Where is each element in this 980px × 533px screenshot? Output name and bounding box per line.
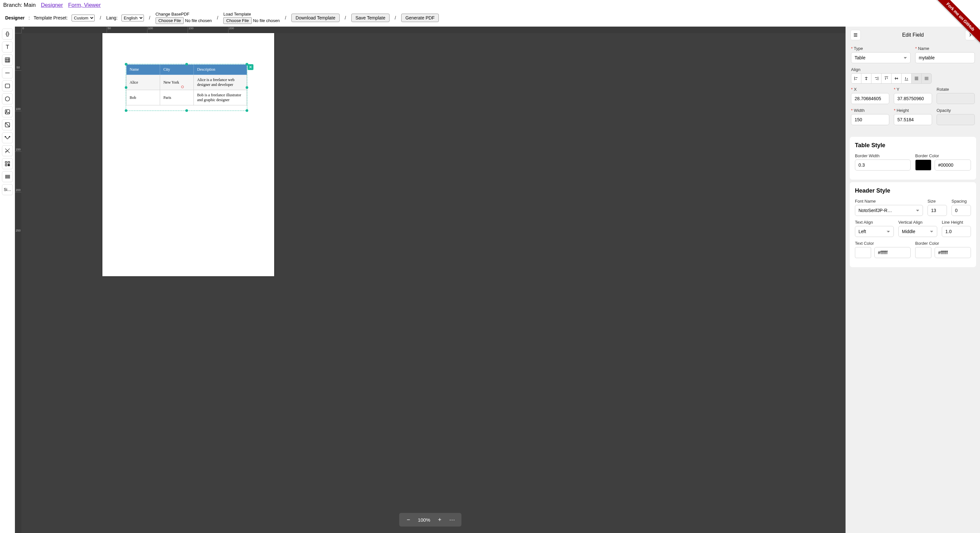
select-tool-icon[interactable]: [2, 29, 13, 40]
save-template-button[interactable]: Save Template: [351, 14, 390, 22]
resize-handle[interactable]: [125, 63, 127, 65]
table-style-card: Table Style Border Width Border Color: [850, 137, 976, 180]
ruler-tick: 100: [15, 70, 21, 111]
rectangle-tool-icon[interactable]: [2, 80, 13, 91]
svg-point-8: [9, 136, 10, 137]
generate-pdf-button[interactable]: Generate PDF: [401, 14, 439, 22]
text-color-label: Text Color: [855, 241, 911, 246]
table-row: Alice New York Alice is a freelance web …: [126, 75, 247, 90]
spacing-label: Spacing: [951, 199, 971, 204]
name-label: Name: [915, 46, 975, 51]
border-color-input[interactable]: [935, 160, 971, 171]
resize-handle[interactable]: [185, 63, 188, 65]
svg-rect-1: [5, 58, 10, 62]
qrcode-tool-icon[interactable]: [2, 158, 13, 169]
load-template-label: Load Template: [223, 12, 251, 16]
name-input[interactable]: [915, 52, 975, 63]
table-cell: Alice: [126, 75, 160, 90]
text-color-chip[interactable]: [855, 247, 871, 258]
align-right-icon[interactable]: [871, 73, 881, 84]
distribute-h-icon[interactable]: [911, 73, 922, 84]
barcode-tool-icon[interactable]: [2, 171, 13, 182]
line-height-input[interactable]: [942, 226, 971, 237]
align-center-h-icon[interactable]: [861, 73, 872, 84]
resize-handle[interactable]: [185, 109, 188, 112]
svg-tool-icon[interactable]: [2, 132, 13, 143]
type-select[interactable]: Table: [851, 52, 911, 63]
designer-link[interactable]: Designer: [41, 2, 63, 8]
resize-handle[interactable]: [125, 109, 127, 112]
top-nav: Branch: Main Designer Form, Viewer: [0, 0, 980, 10]
resize-handle[interactable]: [246, 86, 248, 89]
zoom-more-button[interactable]: ⋯: [449, 516, 455, 523]
zoom-toolbar: − 100% + ⋯: [399, 513, 461, 527]
resize-handle[interactable]: [246, 109, 248, 112]
border-width-input[interactable]: [855, 160, 911, 171]
delete-element-button[interactable]: ✕: [248, 64, 253, 70]
rotate-label: Rotate: [937, 87, 975, 92]
image-tool-icon[interactable]: [2, 106, 13, 117]
svg-rect-10: [8, 161, 10, 163]
choose-file-button[interactable]: Choose File: [223, 17, 251, 24]
load-template-group: Load Template Choose File No file chosen: [223, 12, 280, 24]
border-color-label: Border Color: [915, 153, 971, 158]
spacing-input[interactable]: [951, 205, 971, 216]
choose-file-button[interactable]: Choose File: [156, 17, 184, 24]
lang-select[interactable]: English: [121, 14, 144, 21]
more-tool-icon[interactable]: Si…: [2, 184, 13, 195]
table-cell: Bob: [126, 90, 160, 105]
font-name-select[interactable]: NotoSerifJP-R…: [855, 205, 923, 216]
zoom-out-button[interactable]: −: [406, 517, 411, 523]
canvas[interactable]: 0 50 100 150 200 50 100 150 200 250 Name: [15, 27, 845, 533]
border-color-chip[interactable]: [915, 160, 931, 171]
align-label: Align: [851, 67, 975, 72]
table-tool-icon[interactable]: [2, 54, 13, 65]
download-template-button[interactable]: Download Template: [291, 14, 340, 22]
text-color-input[interactable]: [874, 247, 911, 258]
template-preset-select[interactable]: Custom: [72, 14, 95, 21]
ruler-horizontal: 0 50 100 150 200: [21, 27, 845, 33]
line-tool-icon[interactable]: [2, 67, 13, 78]
size-input[interactable]: [928, 205, 947, 216]
align-left-icon[interactable]: [851, 73, 861, 84]
form-viewer-link[interactable]: Form, Viewer: [68, 2, 101, 8]
svg-point-5: [6, 110, 7, 112]
distribute-v-icon[interactable]: [921, 73, 932, 84]
vertical-align-select[interactable]: Middle: [898, 226, 937, 237]
table-header: Description: [194, 64, 247, 75]
width-input[interactable]: [851, 114, 889, 125]
separator: /: [393, 15, 397, 21]
pdf-page[interactable]: Name City Description Alice New York Ali…: [102, 33, 274, 276]
height-input[interactable]: [894, 114, 932, 125]
no-file-text: No file chosen: [185, 18, 212, 23]
svg-rect-9: [5, 161, 7, 163]
type-label: Type: [851, 46, 911, 51]
y-input[interactable]: [894, 93, 932, 104]
ruler-tick: 250: [15, 192, 21, 233]
selected-element[interactable]: Name City Description Alice New York Ali…: [126, 64, 247, 111]
zoom-in-button[interactable]: +: [437, 517, 443, 523]
resize-handle[interactable]: [125, 86, 127, 89]
text-tool-icon[interactable]: [2, 41, 13, 53]
panel-menu-button[interactable]: [850, 30, 861, 40]
line-height-label: Line Height: [942, 220, 971, 225]
hs-border-color-chip[interactable]: [915, 247, 931, 258]
signature-tool-icon[interactable]: [2, 145, 13, 156]
svg-point-3: [5, 97, 10, 101]
hs-border-color-input[interactable]: [935, 247, 971, 258]
ruler-tick: 50: [15, 33, 21, 70]
zoom-level: 100%: [418, 517, 430, 523]
separator: /: [283, 15, 288, 21]
separator: /: [148, 15, 152, 21]
table-element[interactable]: Name City Description Alice New York Ali…: [126, 64, 247, 105]
svg-rect-2: [5, 84, 10, 88]
x-input[interactable]: [851, 93, 889, 104]
image-off-tool-icon[interactable]: [2, 119, 13, 130]
separator: /: [344, 15, 347, 21]
align-center-v-icon[interactable]: [891, 73, 902, 84]
align-bottom-icon[interactable]: [901, 73, 912, 84]
ellipse-tool-icon[interactable]: [2, 93, 13, 104]
align-top-icon[interactable]: [881, 73, 891, 84]
text-align-select[interactable]: Left: [855, 226, 894, 237]
change-basepdf-group: Change BasePDF Choose File No file chose…: [156, 12, 212, 24]
